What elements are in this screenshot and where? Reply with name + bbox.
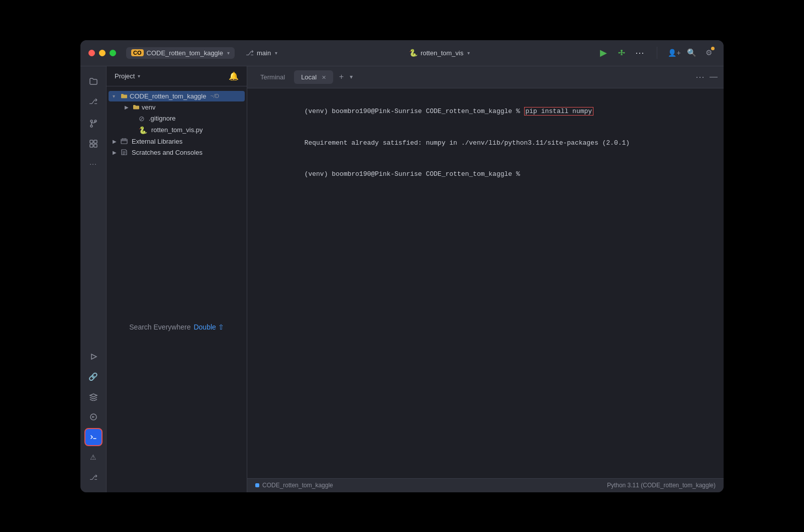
- tree-item-gitignore[interactable]: ⊘ .gitignore: [109, 113, 245, 124]
- titlebar: CO CODE_rotten_tom_kaggle ▾ ⎇ main ▾ 🐍 r…: [80, 40, 724, 66]
- more-actions-button[interactable]: ⋯: [633, 46, 647, 60]
- run-icon: [89, 353, 97, 361]
- panel-chevron-icon: ▾: [138, 73, 140, 79]
- python-file-label: rotten_tom_vis.py: [151, 126, 203, 134]
- search-button[interactable]: 🔍: [684, 46, 698, 60]
- gitignore-icon: ⊘: [139, 115, 145, 123]
- svg-rect-7: [94, 140, 97, 143]
- project-chevron-icon: ▾: [227, 50, 230, 56]
- tree-item-python-file[interactable]: 🐍 rotten_tom_vis.py: [109, 125, 245, 136]
- terminal-line-3: (venv) boombro190@Pink-Sunrise CODE_rott…: [257, 159, 714, 190]
- project-badge: CO: [131, 49, 144, 56]
- scratches-label: Scratches and Consoles: [132, 149, 203, 156]
- debug-icon: [618, 49, 626, 57]
- maximize-button[interactable]: [110, 50, 116, 56]
- tree-item-scratches[interactable]: ▶ Scratches and Consoles: [109, 147, 245, 158]
- panel-header: Project ▾ 🔔: [107, 66, 247, 86]
- svg-point-5: [90, 125, 92, 127]
- sidebar-item-project[interactable]: [84, 72, 103, 90]
- branch-icon: ⎇: [246, 49, 254, 57]
- terminal-output-1: Requirement already satisfied: numpy in …: [305, 139, 630, 147]
- plugins-icon: [89, 139, 98, 148]
- folder-icon: [89, 77, 98, 86]
- terminal-tab-actions: ⋯ —: [695, 71, 718, 82]
- project-name: CODE_rotten_tom_kaggle: [147, 49, 223, 57]
- tab-terminal[interactable]: Terminal: [253, 70, 292, 84]
- sidebar-item-more[interactable]: ···: [84, 155, 103, 173]
- terminal-command-1: pip install numpy: [524, 107, 594, 116]
- services-icon: [89, 413, 97, 421]
- terminal-minimize-icon[interactable]: —: [710, 72, 718, 81]
- file-tree: ▾ CODE_rotten_tom_kaggle ~/D ▶ venv: [107, 86, 247, 162]
- terminal-line-2: Requirement already satisfied: numpy in …: [257, 128, 714, 159]
- main-layout: ⎇ ···: [80, 66, 724, 492]
- terminal-container: Terminal Local ✕ + ▾ ⋯ —: [247, 66, 724, 478]
- project-selector[interactable]: CO CODE_rotten_tom_kaggle ▾: [126, 47, 235, 59]
- branch-selector[interactable]: ⎇ main ▾: [241, 47, 282, 59]
- svg-point-3: [90, 120, 92, 122]
- sidebar-item-git-bottom[interactable]: ⎇: [84, 468, 103, 486]
- layers-icon: [89, 393, 98, 401]
- add-tab-button[interactable]: +: [335, 70, 348, 83]
- settings-button[interactable]: ⚙: [701, 46, 716, 60]
- tab-local[interactable]: Local ✕: [294, 70, 333, 84]
- sidebar-item-packages[interactable]: 🔗: [84, 368, 103, 386]
- branch-name: main: [257, 49, 271, 57]
- svg-rect-8: [90, 144, 93, 147]
- file-tree-panel: Project ▾ 🔔 ▾ CODE_rotten_tom_kaggle ~/D…: [107, 66, 247, 492]
- venv-folder-icon: [133, 104, 140, 110]
- sidebar-item-terminal[interactable]: [84, 428, 103, 446]
- root-path: ~/D: [210, 93, 219, 99]
- panel-title: Project: [115, 72, 135, 80]
- tab-local-label: Local: [301, 73, 317, 81]
- scratches-icon: [121, 149, 128, 156]
- branch-chevron-icon: ▾: [275, 50, 277, 56]
- search-hint: Search Everywhere Double ⇧: [107, 162, 247, 492]
- sidebar-item-problems[interactable]: ⚠: [84, 448, 103, 466]
- close-button[interactable]: [88, 50, 95, 56]
- run-config-selector[interactable]: 🐍 rotten_tom_vis ▾: [404, 47, 475, 59]
- add-user-button[interactable]: 👤+: [667, 46, 681, 60]
- sidebar-item-run[interactable]: [84, 348, 103, 366]
- status-indicator-icon: [255, 483, 259, 487]
- sidebar-icons: ⎇ ···: [80, 66, 107, 492]
- search-shortcut-text: Double ⇧: [193, 323, 224, 331]
- python-file-icon: 🐍: [139, 126, 147, 134]
- terminal-icon: [89, 434, 97, 441]
- sidebar-item-git[interactable]: ⎇: [84, 92, 103, 111]
- ext-lib-chevron-icon: ▶: [113, 139, 119, 144]
- status-project[interactable]: CODE_rotten_tom_kaggle: [255, 482, 333, 489]
- tree-item-venv[interactable]: ▶ venv: [109, 102, 245, 113]
- status-python[interactable]: Python 3.11 (CODE_rotten_tom_kaggle): [607, 482, 716, 489]
- tree-item-root[interactable]: ▾ CODE_rotten_tom_kaggle ~/D: [109, 91, 245, 101]
- sidebar-item-layers[interactable]: [84, 388, 103, 406]
- terminal-more-icon[interactable]: ⋯: [695, 71, 706, 82]
- sidebar-item-services[interactable]: [84, 408, 103, 426]
- sidebar-item-branches[interactable]: [84, 115, 103, 133]
- content-area: Terminal Local ✕ + ▾ ⋯ —: [247, 66, 724, 492]
- svg-rect-9: [94, 144, 97, 147]
- root-chevron-icon: ▾: [113, 93, 119, 99]
- sidebar-item-plugins[interactable]: [84, 135, 103, 153]
- tab-dropdown-button[interactable]: ▾: [350, 73, 353, 80]
- status-python-version: Python 3.11 (CODE_rotten_tom_kaggle): [607, 482, 716, 489]
- python-file-icon: 🐍: [409, 49, 418, 57]
- tree-item-external-libraries[interactable]: ▶ External Libraries: [109, 136, 245, 147]
- terminal-line-1: (venv) boombro190@Pink-Sunrise CODE_rott…: [257, 96, 714, 128]
- notification-bell-icon[interactable]: 🔔: [229, 71, 239, 81]
- venv-chevron-icon: ▶: [125, 104, 131, 110]
- search-everywhere-text: Search Everywhere: [129, 323, 190, 331]
- run-button[interactable]: ▶: [596, 46, 611, 60]
- venv-label: venv: [142, 103, 155, 111]
- root-label: CODE_rotten_tom_kaggle: [130, 92, 206, 100]
- minimize-button[interactable]: [99, 50, 106, 56]
- debug-button[interactable]: [615, 46, 629, 60]
- run-config-name: rotten_tom_vis: [421, 49, 463, 57]
- git-icon: ⎇: [89, 97, 97, 106]
- titlebar-actions: ▶ ⋯: [596, 46, 647, 60]
- terminal-content[interactable]: (venv) boombro190@Pink-Sunrise CODE_rott…: [247, 88, 724, 478]
- gitignore-label: .gitignore: [149, 115, 175, 122]
- terminal-tabs: Terminal Local ✕ + ▾ ⋯ —: [247, 66, 724, 88]
- status-project-name: CODE_rotten_tom_kaggle: [262, 482, 333, 489]
- tab-local-close-icon[interactable]: ✕: [322, 74, 326, 80]
